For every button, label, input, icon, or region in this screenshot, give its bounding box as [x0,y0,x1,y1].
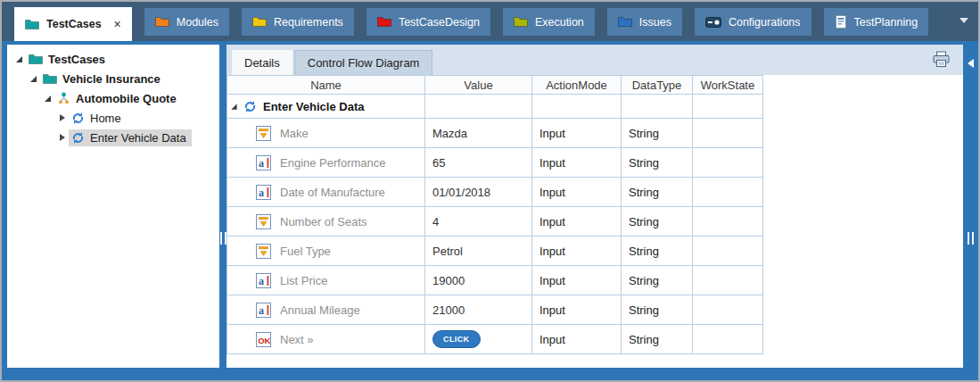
value-cell[interactable]: 65 [425,148,532,178]
value-cell[interactable]: 4 [425,207,532,237]
value-cell[interactable]: 01/01/2018 [425,178,532,207]
row-make[interactable]: Make Mazda Input String [227,119,763,148]
close-tab-icon[interactable]: × [114,18,121,30]
value-cell[interactable]: CLICK [425,325,532,354]
name-cell[interactable]: a Date of Manufacture [227,178,425,207]
workstate-cell[interactable] [693,178,763,207]
datatype-cell[interactable]: String [622,178,693,207]
sync-icon [243,100,257,113]
tree-expander-icon[interactable] [41,96,54,102]
workstate-cell[interactable] [693,95,763,119]
value-cell[interactable]: Petrol [425,237,532,266]
tree-expander-icon[interactable] [12,56,26,62]
datatype-cell[interactable] [622,95,693,119]
actionmode-cell[interactable]: Input [532,148,622,178]
tab-overflow-icon[interactable] [959,18,968,23]
row-engine-performance[interactable]: a Engine Performance 65 Input String [227,148,763,178]
tree-item-enter-vehicle-data[interactable]: Enter Vehicle Data [7,128,219,147]
name-cell[interactable]: Make [227,119,425,148]
actionmode-cell[interactable]: Input [532,207,622,237]
actionmode-cell[interactable]: Input [532,295,622,325]
tab-execution[interactable]: Execution [503,8,595,36]
text-value-icon: a [256,303,271,318]
tab-testplanning[interactable]: TestPlanning [824,8,929,36]
workstate-cell[interactable] [693,295,763,325]
folder-icon [155,16,169,28]
actionmode-cell[interactable]: Input [532,119,622,148]
tab-details[interactable]: Details [232,50,292,75]
name-cell[interactable]: Number of Seats [227,207,425,237]
tab-testcasedesign[interactable]: TestCaseDesign [366,8,490,36]
tree-item-testcases[interactable]: TestCases [7,49,219,69]
param-name: Engine Performance [280,156,386,170]
tree-item-label: TestCases [48,53,105,66]
datatype-cell[interactable]: String [622,266,693,295]
svg-text:a: a [259,304,264,317]
actionmode-cell[interactable]: Input [532,237,622,266]
param-name: Make [280,127,309,140]
workstate-cell[interactable] [693,237,763,266]
print-button[interactable] [932,51,951,71]
collapse-panel-icon[interactable] [968,59,974,68]
teststep-group-row[interactable]: Enter Vehicle Data [227,95,763,119]
tree-item-automobile-quote[interactable]: Automobile Quote [7,88,219,108]
dropdown-value-icon [256,244,271,259]
splitter-handle[interactable] [968,232,974,245]
name-cell[interactable]: OK Next » [227,325,425,354]
svg-text:OK: OK [258,335,270,345]
configurations-icon [705,17,721,28]
actionmode-cell[interactable] [532,95,622,119]
actionmode-cell[interactable]: Input [532,178,622,207]
workstate-cell[interactable] [693,266,763,295]
tab-modules[interactable]: Modules [144,8,229,36]
tab-label: TestPlanning [854,16,918,29]
tree-item-label: Vehicle Insurance [62,72,161,86]
actionmode-cell[interactable]: Input [532,266,622,295]
row-number-of-seats[interactable]: Number of Seats 4 Input String [227,207,763,237]
value-cell[interactable] [425,95,532,119]
datatype-cell[interactable]: String [622,148,693,178]
row-annual-mileage[interactable]: a Annual Mileage 21000 Input String [227,295,763,325]
expand-collapse-icon[interactable] [231,104,236,109]
printer-icon [932,57,951,71]
workstate-cell[interactable] [693,207,763,237]
tree-expander-icon[interactable] [55,114,69,121]
workstate-cell[interactable] [693,119,763,148]
tab-requirements[interactable]: Requirements [242,8,354,36]
svg-text:a: a [259,157,264,170]
splitter-handle[interactable] [220,232,226,245]
row-next[interactable]: OK Next » CLICK Input String [227,325,763,354]
workstate-cell[interactable] [693,325,763,354]
tree-expander-icon[interactable] [27,76,40,82]
name-cell[interactable]: Fuel Type [227,237,425,266]
name-cell[interactable]: a Engine Performance [227,148,425,178]
table-header-row: Name Value ActionMode DataType WorkState [227,76,763,95]
row-list-price[interactable]: a List Price 19000 Input String [227,266,763,295]
sync-icon [71,131,85,145]
tab-configurations[interactable]: Configurations [695,8,811,36]
datatype-cell[interactable]: String [622,295,693,325]
datatype-cell[interactable]: String [622,237,693,266]
workstate-cell[interactable] [693,148,763,178]
tab-testcases[interactable]: TestCases × [14,7,132,41]
row-date-of-manufacture[interactable]: a Date of Manufacture 01/01/2018 Input S… [227,178,763,207]
datatype-cell[interactable]: String [622,325,693,354]
name-cell[interactable]: a Annual Mileage [227,295,425,325]
tree-expander-icon[interactable] [55,134,69,141]
value-cell[interactable]: Mazda [425,119,532,148]
name-cell[interactable]: a List Price [227,266,425,295]
tree-item-vehicle-insurance[interactable]: Vehicle Insurance [7,69,219,88]
actionmode-cell[interactable]: Input [532,325,622,354]
tab-control-flow-diagram[interactable]: Control Flow Diagram [294,50,433,75]
folder-icon [43,73,57,85]
value-cell[interactable]: 19000 [425,266,532,295]
value-cell[interactable]: 21000 [425,295,532,325]
tab-issues[interactable]: Issues [607,8,682,36]
param-name: Number of Seats [280,215,367,228]
click-button[interactable]: CLICK [432,330,481,348]
datatype-cell[interactable]: String [622,119,693,148]
tree-item-home[interactable]: Home [7,108,219,128]
group-name-label: Enter Vehicle Data [263,100,364,113]
row-fuel-type[interactable]: Fuel Type Petrol Input String [227,237,763,266]
datatype-cell[interactable]: String [622,207,693,237]
